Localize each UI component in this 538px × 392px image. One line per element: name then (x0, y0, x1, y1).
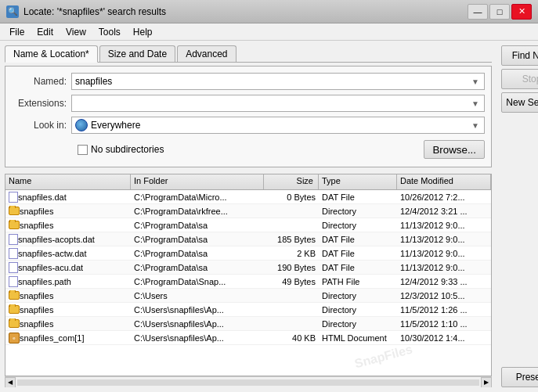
cell-folder: C:\Users\snapfiles\Ap... (131, 304, 264, 315)
presets-button[interactable]: Presets (501, 367, 538, 387)
cell-name: snapfiles-acu.dat (5, 261, 131, 274)
stop-button[interactable]: Stop (501, 69, 538, 89)
cell-type: Directory (319, 304, 397, 315)
menu-tools[interactable]: Tools (92, 25, 127, 39)
globe-icon (75, 119, 88, 131)
table-row[interactable]: snapfiles C:\Users\snapfiles\Ap... Direc… (5, 303, 491, 317)
col-header-date[interactable]: Date Modified (397, 174, 491, 189)
no-subdirectories-checkbox-label[interactable]: No subdirectories (78, 144, 164, 155)
table-row[interactable]: snapfiles C:\Users Directory 12/3/2012 1… (5, 289, 491, 303)
html-icon: e (9, 333, 20, 343)
extensions-row: Extensions: ▼ (12, 95, 485, 112)
search-tabs: Name & Location* Size and Date Advanced (5, 45, 492, 63)
named-dropdown-arrow[interactable]: ▼ (470, 77, 481, 86)
cell-folder: C:\ProgramData\sa (131, 262, 264, 273)
cell-type: Directory (319, 318, 397, 329)
no-subdirectories-checkbox[interactable] (78, 145, 88, 155)
tab-name-location[interactable]: Name & Location* (5, 45, 98, 63)
results-wrapper: Name In Folder Size Type Date Modified s… (5, 171, 492, 387)
cell-folder: C:\ProgramData\sa (131, 220, 264, 231)
minimize-button[interactable]: — (468, 4, 488, 20)
cell-size (264, 295, 319, 297)
extensions-input-wrapper[interactable]: ▼ (71, 95, 485, 112)
col-header-name[interactable]: Name (5, 174, 131, 189)
table-row[interactable]: snapfiles C:\ProgramData\rkfree... Direc… (5, 204, 491, 218)
lookin-select[interactable]: Everywhere ▼ (71, 117, 485, 134)
named-input[interactable] (75, 76, 470, 87)
cell-folder: C:\Users\snapfiles\Ap... (131, 333, 264, 343)
named-label: Named: (12, 76, 67, 87)
scroll-right-arrow[interactable]: ▶ (481, 377, 492, 388)
title-bar-left: 🔍 Locate: '*snapfiles*' search results (6, 5, 166, 18)
file-icon (9, 248, 18, 259)
horizontal-scrollbar[interactable]: ◀ ▶ (5, 376, 492, 387)
file-icon (9, 192, 18, 203)
menu-view[interactable]: View (60, 25, 92, 39)
cell-folder: C:\Users\snapfiles\Ap... (131, 318, 264, 329)
extensions-input[interactable] (75, 98, 470, 109)
col-header-size[interactable]: Size (264, 174, 319, 189)
table-row[interactable]: snapfiles C:\ProgramData\sa Directory 11… (5, 218, 491, 232)
find-now-button[interactable]: Find Now (501, 45, 538, 66)
cell-type: DAT File (319, 192, 397, 203)
results-body: snapfiles.dat C:\ProgramData\Micro... 0 … (5, 190, 491, 376)
cell-type: Directory (319, 220, 397, 231)
cell-date: 12/3/2012 10:5... (397, 290, 491, 301)
col-header-folder[interactable]: In Folder (131, 174, 264, 189)
lookin-dropdown-arrow[interactable]: ▼ (470, 121, 481, 130)
table-row[interactable]: snapfiles.path C:\ProgramData\Snap... 49… (5, 275, 491, 289)
tab-size-date[interactable]: Size and Date (99, 45, 175, 62)
cell-name: snapfiles (5, 220, 131, 231)
file-icon (9, 276, 18, 287)
col-header-type[interactable]: Type (319, 174, 397, 189)
table-row[interactable]: snapfiles.dat C:\ProgramData\Micro... 0 … (5, 190, 491, 204)
cell-size (264, 309, 319, 311)
maximize-button[interactable]: □ (489, 4, 510, 20)
cell-folder: C:\ProgramData\sa (131, 234, 264, 245)
cell-type: DAT File (319, 248, 397, 259)
table-row[interactable]: snapfiles C:\Users\snapfiles\Ap... Direc… (5, 317, 491, 331)
cell-name: snapfiles.path (5, 275, 131, 288)
cell-date: 10/30/2012 1:4... (397, 333, 491, 343)
extensions-dropdown-arrow[interactable]: ▼ (470, 99, 481, 108)
scroll-left-arrow[interactable]: ◀ (5, 377, 16, 388)
table-row[interactable]: snapfiles-acu.dat C:\ProgramData\sa 190 … (5, 261, 491, 275)
menu-file[interactable]: File (3, 25, 31, 39)
subdir-row: No subdirectories Browse... (12, 138, 485, 160)
menu-help[interactable]: Help (127, 25, 159, 39)
browse-button[interactable]: Browse... (424, 140, 485, 159)
cell-name: e snapfiles_com[1] (5, 332, 131, 344)
cell-date: 11/13/2012 9:0... (397, 248, 491, 259)
menu-edit[interactable]: Edit (31, 25, 60, 39)
named-input-wrapper[interactable]: ▼ (71, 73, 485, 90)
search-form-panel: Named: ▼ Extensions: ▼ Look in: Ev (5, 66, 492, 167)
left-panel: Name & Location* Size and Date Advanced … (0, 41, 496, 392)
cell-type: PATH File (319, 276, 397, 287)
menu-bar: File Edit View Tools Help (0, 23, 538, 41)
cell-size: 2 KB (264, 248, 319, 259)
cell-size (264, 210, 319, 212)
cell-size: 190 Bytes (264, 262, 319, 273)
cell-name: snapfiles (5, 304, 131, 315)
app-icon: 🔍 (6, 5, 19, 18)
named-row: Named: ▼ (12, 73, 485, 90)
cell-folder: C:\ProgramData\rkfree... (131, 206, 264, 217)
table-row[interactable]: e snapfiles_com[1] C:\Users\snapfiles\Ap… (5, 331, 491, 345)
new-search-button[interactable]: New Search (501, 92, 538, 113)
close-button[interactable]: ✕ (511, 4, 532, 20)
cell-size: 40 KB (264, 333, 319, 343)
cell-size: 0 Bytes (264, 192, 319, 203)
scroll-track[interactable] (17, 379, 479, 386)
lookin-value: Everywhere (91, 120, 467, 131)
extensions-label: Extensions: (12, 98, 67, 109)
cell-date: 11/5/2012 1:26 ... (397, 304, 491, 315)
results-area: Name In Folder Size Type Date Modified s… (5, 174, 492, 376)
no-subdirectories-label: No subdirectories (91, 144, 164, 155)
table-row[interactable]: snapfiles-acopts.dat C:\ProgramData\sa 1… (5, 232, 491, 246)
folder-icon (9, 319, 20, 328)
cell-date: 11/13/2012 9:0... (397, 234, 491, 245)
tab-advanced[interactable]: Advanced (177, 45, 236, 62)
cell-date: 11/13/2012 9:0... (397, 220, 491, 231)
folder-icon (9, 207, 20, 215)
table-row[interactable]: snapfiles-actw.dat C:\ProgramData\sa 2 K… (5, 246, 491, 261)
